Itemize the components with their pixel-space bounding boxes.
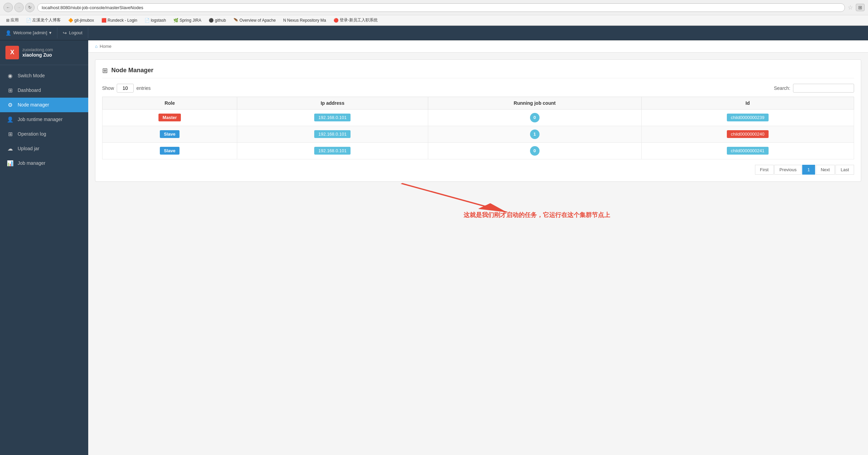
role-badge: Slave bbox=[160, 130, 180, 138]
logo-name: xiaolong Zuo bbox=[22, 52, 53, 58]
breadcrumb-home[interactable]: Home bbox=[100, 44, 112, 49]
sidebar-icon-node-manager: ⚙ bbox=[7, 102, 14, 108]
cell-role: Master bbox=[102, 109, 237, 126]
logout-button[interactable]: ↪ Logout bbox=[57, 27, 88, 38]
bookmark-item[interactable]: 📄logstash bbox=[142, 17, 169, 23]
sidebar-item-operation-log[interactable]: ⊞Operation log bbox=[0, 127, 88, 141]
main-content: ⌂ Home ⊞ Node Manager Show bbox=[88, 40, 868, 455]
id-badge: child0000000241 bbox=[727, 147, 769, 155]
col-role: Role bbox=[102, 97, 237, 109]
sidebar-item-job-runtime-manager[interactable]: 👤Job runtime manager bbox=[0, 112, 88, 127]
logo-icon: X bbox=[5, 46, 19, 59]
sidebar-item-job-manager[interactable]: 📊Job manager bbox=[0, 156, 88, 171]
sidebar-label-operation-log: Operation log bbox=[18, 131, 46, 137]
sidebar-item-upload-jar[interactable]: ☁Upload jar bbox=[0, 141, 88, 156]
bookmark-item[interactable]: 🟥Rundeck - Login bbox=[99, 17, 140, 23]
nodes-table: Role Ip address Running job count Id Mas… bbox=[102, 97, 854, 159]
sidebar-icon-dashboard: ⊞ bbox=[7, 87, 14, 94]
bookmark-item[interactable]: ⚫github bbox=[206, 17, 229, 23]
bookmark-icon: 📄 bbox=[26, 18, 31, 23]
ip-badge: 192.168.0.101 bbox=[314, 114, 351, 121]
bookmarks-bar: ⊞应用📄左溪龙个人博客🔶git-jimubox🟥Rundeck - Login📄… bbox=[0, 15, 868, 25]
user-icon: 👤 bbox=[5, 30, 11, 36]
bookmark-item[interactable]: 🔴登录-新员工入职系统 bbox=[331, 17, 380, 24]
bookmark-label: git-jimubox bbox=[74, 18, 94, 23]
current-page-button[interactable]: 1 bbox=[802, 165, 815, 175]
first-button[interactable]: First bbox=[755, 165, 774, 175]
table-controls: Show entries Search: bbox=[102, 84, 854, 93]
sidebar-item-switch-mode[interactable]: ◉Switch Mode bbox=[0, 68, 88, 83]
cell-role: Slave bbox=[102, 142, 237, 159]
bookmark-item[interactable]: 🔶git-jimubox bbox=[65, 17, 97, 23]
dropdown-icon: ▾ bbox=[49, 30, 52, 35]
bookmark-item[interactable]: NNexus Repository Ma bbox=[281, 17, 329, 23]
bookmark-label: Spring JIRA bbox=[180, 18, 201, 23]
bookmark-star-icon[interactable]: ☆ bbox=[848, 4, 853, 11]
node-manager-panel: ⊞ Node Manager Show entries Search: bbox=[95, 59, 861, 182]
id-badge: child0000000240 bbox=[727, 130, 769, 138]
forward-button[interactable]: → bbox=[14, 3, 24, 12]
sidebar-nav: ◉Switch Mode⊞Dashboard⚙Node manager👤Job … bbox=[0, 65, 88, 455]
cell-id: child0000000240 bbox=[641, 126, 854, 142]
back-button[interactable]: ← bbox=[3, 3, 13, 12]
show-entries: Show entries bbox=[102, 84, 151, 93]
bookmark-label: 左溪龙个人博客 bbox=[32, 17, 61, 23]
breadcrumb: ⌂ Home bbox=[88, 40, 868, 53]
bookmark-label: Overview of Apache bbox=[240, 18, 276, 23]
bookmark-label: 应用 bbox=[11, 17, 19, 23]
table-row: Slave 192.168.0.101 0 child0000000241 bbox=[102, 142, 854, 159]
table-row: Slave 192.168.0.101 1 child0000000240 bbox=[102, 126, 854, 142]
panel-title: Node Manager bbox=[111, 67, 153, 74]
bookmark-label: logstash bbox=[151, 18, 166, 23]
pagination: First Previous 1 Next Last bbox=[102, 165, 854, 175]
panel-header: ⊞ Node Manager bbox=[102, 66, 854, 78]
bookmark-icon: 📄 bbox=[145, 18, 150, 23]
entries-input[interactable] bbox=[117, 84, 134, 93]
sidebar-icon-upload-jar: ☁ bbox=[7, 145, 14, 152]
logout-icon: ↪ bbox=[63, 30, 67, 36]
last-button[interactable]: Last bbox=[835, 165, 854, 175]
bookmark-icon: 🪶 bbox=[233, 18, 239, 23]
bookmark-label: github bbox=[215, 18, 226, 23]
bookmark-item[interactable]: 🌿Spring JIRA bbox=[171, 17, 204, 23]
bookmark-item[interactable]: ⊞应用 bbox=[3, 17, 21, 24]
sidebar-logo: X zuoxiaolong.com xiaolong Zuo bbox=[0, 40, 88, 65]
count-badge: 1 bbox=[530, 130, 540, 139]
next-button[interactable]: Next bbox=[816, 165, 835, 175]
role-badge: Master bbox=[158, 114, 181, 121]
sidebar-label-job-manager: Job manager bbox=[18, 160, 45, 166]
ip-badge: 192.168.0.101 bbox=[314, 130, 351, 138]
cell-id: child0000000241 bbox=[641, 142, 854, 159]
table-header-row: Role Ip address Running job count Id bbox=[102, 97, 854, 109]
count-badge: 0 bbox=[530, 146, 540, 156]
bookmark-icon: 🌿 bbox=[173, 18, 178, 23]
search-input[interactable] bbox=[793, 84, 854, 93]
sidebar-icon-operation-log: ⊞ bbox=[7, 131, 14, 137]
bookmark-item[interactable]: 🪶Overview of Apache bbox=[231, 17, 279, 23]
sidebar-icon-job-runtime-manager: 👤 bbox=[7, 116, 14, 123]
bookmark-label: 登录-新员工入职系统 bbox=[340, 17, 378, 23]
bookmark-label: Nexus Repository Ma bbox=[287, 18, 326, 23]
cell-count: 0 bbox=[428, 142, 641, 159]
sidebar-item-dashboard[interactable]: ⊞Dashboard bbox=[0, 83, 88, 98]
sidebar-icon-job-manager: 📊 bbox=[7, 160, 14, 166]
extension-button[interactable]: ⊞ bbox=[856, 4, 865, 11]
bookmark-icon: 🟥 bbox=[101, 18, 107, 23]
sidebar-label-job-runtime-manager: Job runtime manager bbox=[18, 117, 62, 122]
top-navigation: 👤 Welcome [admin] ▾ ↪ Logout bbox=[0, 26, 868, 40]
bookmark-icon: ⊞ bbox=[6, 18, 10, 23]
bookmark-label: Rundeck - Login bbox=[108, 18, 137, 23]
sidebar-item-node-manager[interactable]: ⚙Node manager bbox=[0, 98, 88, 112]
refresh-button[interactable]: ↻ bbox=[25, 3, 35, 12]
col-id: Id bbox=[641, 97, 854, 109]
svg-line-1 bbox=[401, 183, 507, 212]
address-bar[interactable]: localhost:8080/niubi-job-console/masterS… bbox=[37, 3, 845, 12]
count-badge: 0 bbox=[530, 113, 540, 122]
search-label: Search: bbox=[774, 85, 790, 91]
welcome-menu[interactable]: 👤 Welcome [admin] ▾ bbox=[0, 27, 57, 38]
cell-ip: 192.168.0.101 bbox=[237, 109, 428, 126]
entries-label: entries bbox=[136, 85, 151, 91]
previous-button[interactable]: Previous bbox=[774, 165, 802, 175]
sidebar-label-dashboard: Dashboard bbox=[18, 87, 41, 93]
bookmark-item[interactable]: 📄左溪龙个人博客 bbox=[23, 17, 63, 24]
